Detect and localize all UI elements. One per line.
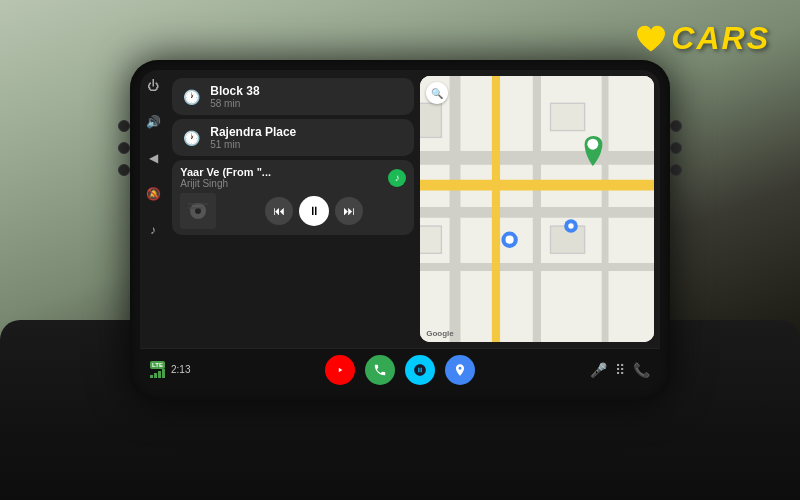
phone-call-button[interactable]: 📞 <box>633 362 650 378</box>
lte-indicator: LTE <box>150 361 165 378</box>
power-button[interactable] <box>118 120 130 132</box>
bottom-app-buttons <box>325 355 475 385</box>
brand-text: CARS <box>671 20 770 57</box>
svg-rect-14 <box>420 103 441 137</box>
signal-bar-4 <box>162 369 165 378</box>
side-icons-panel: ⏻ 🔊 ◀ 🔕 ♪ <box>140 70 166 348</box>
map-area[interactable]: 🔍 Google <box>420 76 654 342</box>
nav-item-1[interactable]: 🕐 Block 38 58 min <box>172 78 414 115</box>
right-button-3[interactable] <box>670 164 682 176</box>
signal-bar-3 <box>158 371 161 378</box>
svg-point-19 <box>506 236 514 244</box>
nav-text-2: Rajendra Place 51 min <box>210 125 296 150</box>
nav-title-2: Rajendra Place <box>210 125 296 139</box>
clock-icon-1: 🕐 <box>180 86 202 108</box>
microphone-button[interactable]: 🎤 <box>590 362 607 378</box>
pause-button[interactable]: ⏸ <box>299 196 329 226</box>
nav-text-1: Block 38 58 min <box>210 84 259 109</box>
physical-buttons-left <box>118 120 130 176</box>
svg-point-21 <box>568 223 573 228</box>
nav-subtitle-1: 58 min <box>210 98 259 109</box>
music-top-row: Yaar Ve (From "... Arijit Singh ♪ <box>180 166 406 189</box>
lte-badge: LTE <box>150 361 165 369</box>
grid-menu-button[interactable]: ⠿ <box>615 362 625 378</box>
mute-icon[interactable]: 🔕 <box>143 184 163 204</box>
signal-bar-2 <box>154 373 157 378</box>
main-content-area: ⏻ 🔊 ◀ 🔕 ♪ 🕐 Block 38 58 min 🕐 <box>140 70 660 348</box>
nav-subtitle-2: 51 min <box>210 139 296 150</box>
svg-marker-23 <box>339 367 343 372</box>
signal-bar-1 <box>150 375 153 378</box>
back-button[interactable] <box>118 164 130 176</box>
svg-rect-17 <box>420 226 441 253</box>
volume-button[interactable] <box>118 142 130 154</box>
physical-buttons-right <box>670 120 682 176</box>
right-button-1[interactable] <box>670 120 682 132</box>
svg-rect-15 <box>551 103 585 130</box>
back-nav-icon[interactable]: ◀ <box>143 148 163 168</box>
screen-bezel: ⏻ 🔊 ◀ 🔕 ♪ 🕐 Block 38 58 min 🕐 <box>130 60 670 400</box>
music-info: Yaar Ve (From "... Arijit Singh <box>180 166 271 189</box>
alexa-button[interactable] <box>405 355 435 385</box>
music-player: Yaar Ve (From "... Arijit Singh ♪ <box>172 160 414 235</box>
map-background: 🔍 Google <box>420 76 654 342</box>
music-artist: Arijit Singh <box>180 178 271 189</box>
svg-rect-3 <box>188 203 208 205</box>
bottom-right-controls: 🎤 ⠿ 📞 <box>590 362 650 378</box>
google-label: Google <box>426 329 454 338</box>
nav-title-1: Block 38 <box>210 84 259 98</box>
music-controls-row: ⏮ ⏸ ⏭ <box>180 193 406 229</box>
svg-rect-4 <box>188 207 203 209</box>
right-button-2[interactable] <box>670 142 682 154</box>
playback-controls: ⏮ ⏸ ⏭ <box>222 196 406 226</box>
youtube-button[interactable] <box>325 355 355 385</box>
time-display: 2:13 <box>171 364 190 375</box>
signal-bars <box>150 370 165 378</box>
maps-button[interactable] <box>445 355 475 385</box>
bottom-bar: LTE 2:13 <box>140 348 660 390</box>
nav-item-2[interactable]: 🕐 Rajendra Place 51 min <box>172 119 414 156</box>
music-title: Yaar Ve (From "... <box>180 166 271 178</box>
watermark: CARS <box>635 20 770 57</box>
svg-point-22 <box>588 139 599 150</box>
heart-logo-icon <box>635 25 667 53</box>
phone-button[interactable] <box>365 355 395 385</box>
spotify-icon[interactable]: ♪ <box>388 169 406 187</box>
bottom-left-status: LTE 2:13 <box>150 361 210 378</box>
album-art <box>180 193 216 229</box>
prev-button[interactable]: ⏮ <box>265 197 293 225</box>
power-icon[interactable]: ⏻ <box>143 76 163 96</box>
clock-icon-2: 🕐 <box>180 127 202 149</box>
android-auto-screen: ⏻ 🔊 ◀ 🔕 ♪ 🕐 Block 38 58 min 🕐 <box>140 70 660 390</box>
left-panel: 🕐 Block 38 58 min 🕐 Rajendra Place 51 mi… <box>166 70 420 348</box>
next-button[interactable]: ⏭ <box>335 197 363 225</box>
volume-icon[interactable]: 🔊 <box>143 112 163 132</box>
music-icon[interactable]: ♪ <box>143 220 163 240</box>
